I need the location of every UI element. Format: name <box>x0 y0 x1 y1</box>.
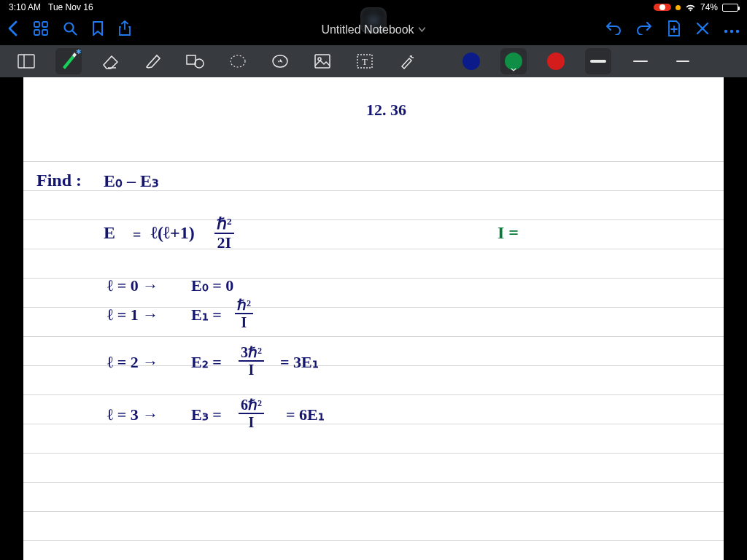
l1-frac: ℏ²I <box>235 298 253 330</box>
add-page-button[interactable] <box>667 20 681 39</box>
lasso-tool[interactable] <box>225 48 251 74</box>
l1-lhs: E₁ = <box>191 306 222 324</box>
text-tool[interactable]: T <box>352 48 378 74</box>
l2-frac: 3ℏ²I <box>239 345 264 377</box>
search-button[interactable] <box>63 21 77 39</box>
moment-inertia: I = <box>498 223 519 243</box>
screen-record-indicator[interactable] <box>654 4 671 11</box>
svg-rect-2 <box>34 30 39 35</box>
l0: ℓ = 0 → <box>107 276 158 295</box>
svg-point-11 <box>231 55 245 67</box>
svg-point-5 <box>724 30 727 33</box>
svg-point-7 <box>736 30 739 33</box>
battery-percent: 74% <box>700 2 718 12</box>
page-header: 12. 36 <box>366 101 406 120</box>
svg-rect-13 <box>315 55 330 68</box>
document-title-button[interactable]: Untitled Notebook <box>321 23 425 36</box>
close-button[interactable] <box>696 22 709 38</box>
svg-rect-0 <box>34 22 39 27</box>
l2-lhs: E₂ = <box>191 353 222 372</box>
svg-rect-1 <box>42 22 47 27</box>
chevron-down-icon <box>419 27 426 33</box>
toolbar: ✱ T <box>0 45 747 77</box>
share-button[interactable] <box>118 20 131 39</box>
status-date: Tue Nov 16 <box>48 2 93 12</box>
eraser-tool[interactable] <box>98 48 124 74</box>
energy-eq: = <box>133 227 141 244</box>
stroke-thick[interactable] <box>585 48 611 74</box>
svg-rect-3 <box>42 30 47 35</box>
energy-frac: ℏ²2I <box>214 216 234 251</box>
back-button[interactable] <box>7 20 19 39</box>
more-button[interactable] <box>724 23 740 36</box>
l0-result: E₀ = 0 <box>191 276 233 295</box>
l3: ℓ = 3 → <box>107 405 158 424</box>
battery-icon <box>722 4 738 12</box>
svg-point-6 <box>730 30 733 33</box>
svg-rect-9 <box>187 55 196 64</box>
l3-lhs: E₃ = <box>191 405 222 424</box>
sticker-tool[interactable] <box>267 48 293 74</box>
status-time: 3:10 AM <box>9 2 41 12</box>
privacy-mic-dot <box>676 5 681 10</box>
wifi-icon <box>685 4 696 12</box>
color-red[interactable] <box>543 48 569 74</box>
energy-lhs: E <box>104 223 115 243</box>
highlighter-tool[interactable] <box>140 48 166 74</box>
l3-frac: 6ℏ²I <box>239 397 264 429</box>
laser-tool[interactable] <box>394 48 420 74</box>
svg-point-10 <box>195 59 204 68</box>
stroke-thin[interactable] <box>670 48 696 74</box>
pen-tool[interactable]: ✱ <box>55 48 82 74</box>
document-title: Untitled Notebook <box>321 23 414 36</box>
grid-button[interactable] <box>34 21 48 39</box>
image-tool[interactable] <box>309 48 336 74</box>
l3-tail: = 6E₁ <box>286 405 325 424</box>
color-navy[interactable] <box>458 48 484 74</box>
notebook-page[interactable]: 12. 36 Find : E₀ – E₃ E = ℓ(ℓ+1) ℏ²2I I … <box>23 77 724 560</box>
l2: ℓ = 2 → <box>107 353 158 372</box>
undo-button[interactable] <box>605 22 622 38</box>
bookmark-button[interactable] <box>92 21 104 39</box>
svg-text:T: T <box>362 56 368 67</box>
svg-rect-8 <box>18 55 34 68</box>
find-label: Find : <box>36 171 82 190</box>
color-green[interactable] <box>500 48 527 74</box>
svg-point-4 <box>65 23 74 32</box>
find-expr: E₀ – E₃ <box>104 171 159 191</box>
stroke-medium[interactable] <box>627 48 654 74</box>
shapes-tool[interactable] <box>182 48 209 74</box>
nav-bar: Untitled Notebook <box>0 15 747 45</box>
l2-tail: = 3E₁ <box>280 353 319 372</box>
redo-button[interactable] <box>636 22 652 38</box>
page-layout-tool[interactable] <box>13 48 39 74</box>
chevron-down-icon <box>511 68 516 71</box>
l1: ℓ = 1 → <box>107 306 158 324</box>
energy-coef: ℓ(ℓ+1) <box>151 223 195 243</box>
